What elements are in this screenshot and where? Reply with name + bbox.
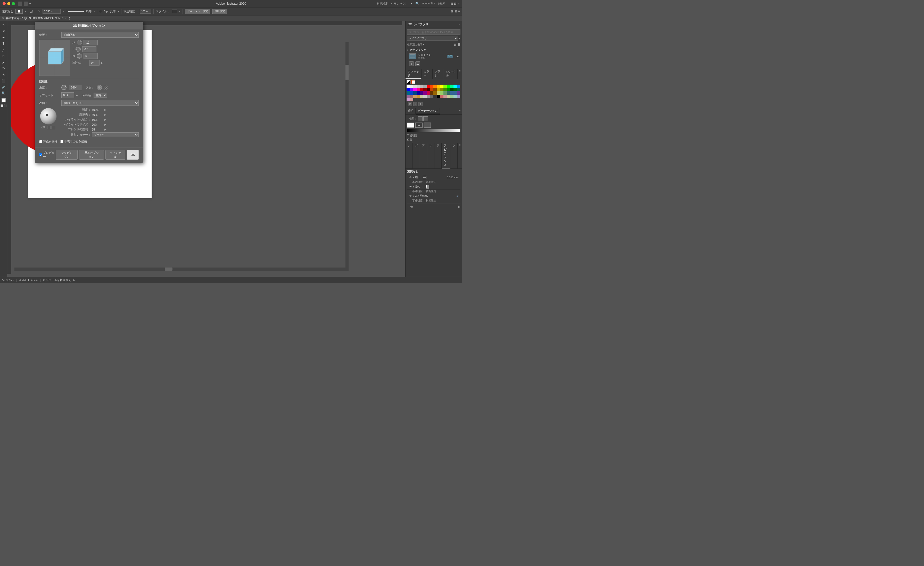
rot-y-row: ↕ xyxy=(72,47,139,52)
lighting-arrow[interactable]: ▶ xyxy=(104,108,106,111)
offset-label: オフセット： xyxy=(39,93,60,97)
revolve-section-title: 回転体 xyxy=(39,80,139,84)
offset-row: オフセット： ▶ 回転軸 左端 右端 xyxy=(39,92,139,98)
footer-buttons: マッピング... 基本オプション キャンセル OK xyxy=(56,150,139,160)
cap-label: フタ： xyxy=(86,86,94,90)
surface-label: 表面： xyxy=(39,101,60,105)
perspective-arrow[interactable]: ▶ xyxy=(101,62,103,64)
3d-revolve-dialog: 3D 回転体オプション 位置： 自由回転 xyxy=(35,22,143,163)
rot-z-icon: ↻ xyxy=(72,54,75,58)
rot-y-input[interactable] xyxy=(82,47,96,52)
ambient-row: 環境光： 50% ▶ xyxy=(60,113,139,117)
preview-checkbox[interactable]: プレビュー xyxy=(39,151,56,159)
3d-preview-section: ⇄ ↕ xyxy=(39,40,139,76)
light-sphere[interactable] xyxy=(40,108,57,125)
dialog-overlay: 3D 回転体オプション 位置： 自由回転 xyxy=(0,0,462,283)
highlight-str-arrow[interactable]: ▶ xyxy=(104,118,106,121)
ok-btn[interactable]: OK xyxy=(127,150,139,160)
rot-y-icon: ↕ xyxy=(72,47,74,51)
rot-x-input[interactable] xyxy=(84,40,98,45)
lighting-row: 照度： 100% ▶ xyxy=(60,108,139,112)
ambient-label: 環境光： xyxy=(60,113,91,117)
surface-row: 表面： 陰影（艶あり） 陰影（艶なし） ワイヤーフレーム なし xyxy=(39,100,139,106)
cancel-btn[interactable]: キャンセル xyxy=(105,150,125,160)
mapping-btn[interactable]: マッピング... xyxy=(56,150,78,160)
cap-open-btn[interactable] xyxy=(97,85,102,90)
preserve-colors-input[interactable] xyxy=(39,140,42,143)
ambient-arrow[interactable]: ▶ xyxy=(104,113,106,116)
lighting-label: 照度： xyxy=(60,108,91,112)
basic-options-btn[interactable]: 基本オプション xyxy=(79,150,104,160)
blend-arrow[interactable]: ▶ xyxy=(104,128,106,131)
angle-input[interactable] xyxy=(69,84,82,90)
highlight-str-label: ハイライトの強さ： xyxy=(60,117,91,122)
rot-x-icon: ⇄ xyxy=(72,41,75,45)
offset-arrow[interactable]: ▶ xyxy=(76,94,78,97)
axis-h xyxy=(39,58,70,58)
shadow-color-label: 陰影のカラー： xyxy=(60,133,91,137)
lighting-value: 100% xyxy=(92,108,104,111)
position-select[interactable]: 自由回転 xyxy=(62,32,139,38)
position-label: 位置： xyxy=(39,33,60,37)
perspective-row: 遠近感： ▶ xyxy=(72,60,139,66)
lighting-section: ↺↻ 照度： 100% ▶ 環境光： 5 xyxy=(39,108,139,138)
shadow-color-row: 陰影のカラー： ブラック カスタム xyxy=(60,132,139,137)
rotation-inputs: ⇄ ↕ xyxy=(72,40,139,76)
perspective-label: 遠近感： xyxy=(72,61,88,65)
angle-row: 角度： フタ： xyxy=(39,84,139,90)
footer-left: プレビュー xyxy=(39,151,56,159)
ambient-value: 50% xyxy=(92,113,104,116)
highlight-str-row: ハイライトの強さ： 60% ▶ xyxy=(60,117,139,122)
cap-buttons xyxy=(97,85,108,90)
highlight-size-value: 90% xyxy=(92,123,104,126)
lighting-sliders: 照度： 100% ▶ 環境光： 50% ▶ ハイライトの強さ： 60% ▶ xyxy=(60,108,139,138)
blend-label: ブレンドの階調： xyxy=(60,128,91,131)
offset-input[interactable] xyxy=(62,92,74,98)
preserve-colors-label: 特色を保持 xyxy=(43,140,57,143)
sphere-add-icon[interactable] xyxy=(47,126,51,129)
preview-label: プレビュー xyxy=(43,151,56,159)
shadow-color-select[interactable]: ブラック カスタム xyxy=(92,132,139,137)
axis-select[interactable]: 左端 右端 xyxy=(94,93,107,98)
draw-hidden-label: 非表示の面を描画 xyxy=(64,140,87,143)
preview-input[interactable] xyxy=(39,153,42,157)
light-dot xyxy=(46,114,48,116)
lighting-sphere-col: ↺↻ xyxy=(39,108,57,138)
highlight-str-value: 60% xyxy=(92,118,104,121)
rot-x-circle[interactable] xyxy=(77,40,82,45)
rot-z-row: ↻ xyxy=(72,53,139,59)
perspective-input[interactable] xyxy=(89,60,99,66)
highlight-size-label: ハイライトのサイズ： xyxy=(60,122,91,126)
sphere-reset-icon[interactable]: ↺↻ xyxy=(41,126,46,129)
cap-closed-btn[interactable] xyxy=(103,85,108,90)
sphere-del-icon[interactable] xyxy=(52,126,55,129)
rot-x-row: ⇄ xyxy=(72,40,139,45)
highlight-size-row: ハイライトのサイズ： 90% ▶ xyxy=(60,122,139,126)
checkbox-row: 特色を保持 非表示の面を描画 xyxy=(39,140,139,143)
blend-value: 25 xyxy=(92,128,104,131)
rot-z-input[interactable] xyxy=(84,53,98,59)
angle-label: 角度： xyxy=(39,86,60,90)
dialog-title: 3D 回転体オプション xyxy=(35,22,143,29)
position-row: 位置： 自由回転 xyxy=(39,32,139,38)
rot-y-circle[interactable] xyxy=(75,47,81,52)
surface-select[interactable]: 陰影（艶あり） 陰影（艶なし） ワイヤーフレーム なし xyxy=(62,100,139,106)
dialog-footer: プレビュー マッピング... 基本オプション キャンセル OK xyxy=(35,148,143,163)
draw-hidden-input[interactable] xyxy=(60,140,63,143)
highlight-size-arrow[interactable]: ▶ xyxy=(104,123,106,126)
draw-hidden-checkbox[interactable]: 非表示の面を描画 xyxy=(60,140,87,143)
blend-row: ブレンドの階調： 25 ▶ xyxy=(60,128,139,131)
sphere-action-icons: ↺↻ xyxy=(41,126,55,129)
rot-z-circle[interactable] xyxy=(77,53,82,59)
dialog-body: 位置： 自由回転 xyxy=(35,29,143,146)
preserve-colors-checkbox[interactable]: 特色を保持 xyxy=(39,140,57,143)
axis-label: 回転軸 xyxy=(82,93,91,97)
3d-preview-box[interactable] xyxy=(39,40,70,76)
angle-dial[interactable] xyxy=(62,85,66,90)
